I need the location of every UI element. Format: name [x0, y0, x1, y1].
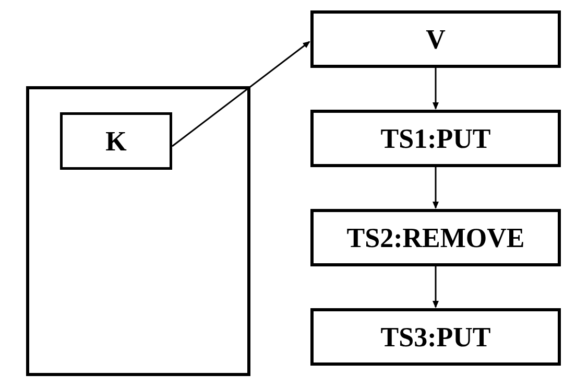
k-box: K: [60, 112, 172, 170]
node-ts1: TS1:PUT: [310, 110, 561, 167]
node-ts2: TS2:REMOVE: [310, 209, 561, 266]
k-label: K: [105, 126, 126, 157]
node-ts3: TS3:PUT: [310, 308, 561, 366]
node-ts3-label: TS3:PUT: [381, 322, 491, 353]
node-ts2-label: TS2:REMOVE: [347, 223, 525, 253]
diagram-canvas: K V TS1:PUT TS2:REMOVE TS3:PUT: [0, 0, 588, 386]
node-v-label: V: [426, 24, 446, 55]
node-ts1-label: TS1:PUT: [381, 123, 491, 154]
node-v: V: [310, 10, 561, 68]
